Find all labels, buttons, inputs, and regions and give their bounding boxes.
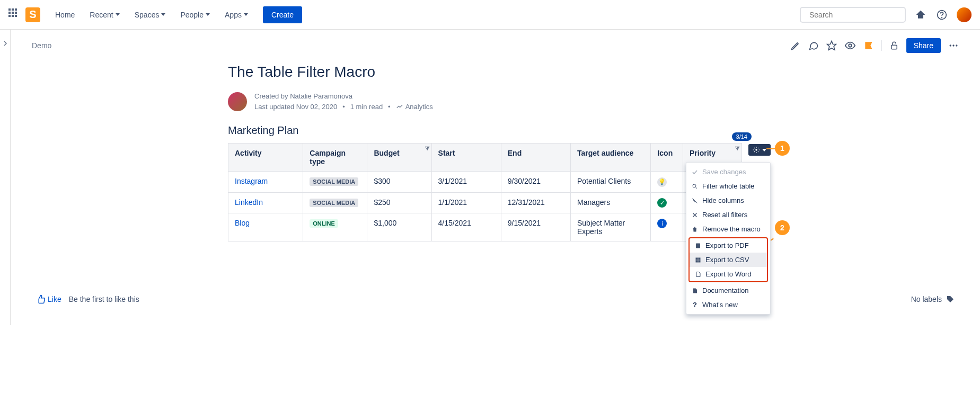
more-actions-icon[interactable]	[948, 40, 959, 51]
menu-whats-new[interactable]: ? What's new	[686, 298, 770, 312]
cell-end: 9/30/2021	[501, 172, 570, 193]
csv-icon	[695, 257, 701, 263]
col-end[interactable]: End	[501, 144, 570, 172]
col-icon[interactable]: Icon	[651, 144, 683, 172]
label-icon[interactable]	[946, 295, 955, 303]
col-target[interactable]: Target audience	[571, 144, 651, 172]
like-button[interactable]: Like	[36, 294, 61, 304]
svg-point-8	[952, 44, 954, 46]
edit-icon[interactable]	[790, 40, 801, 51]
sidebar-expand-toggle[interactable]	[0, 30, 11, 325]
filter-icon[interactable]: ⧩	[735, 146, 739, 152]
thumbs-up-icon	[36, 294, 46, 304]
nav-apps[interactable]: Apps	[218, 6, 254, 23]
nav-home[interactable]: Home	[49, 6, 81, 23]
cell-budget: $300	[367, 172, 431, 193]
cell-end: 9/15/2021	[501, 213, 570, 241]
nav-spaces[interactable]: Spaces	[128, 6, 172, 23]
menu-export-word[interactable]: Export to Word	[690, 267, 767, 281]
table-row: BlogONLINE$1,0004/15/20219/15/2021Subjec…	[228, 213, 742, 241]
callout-line	[766, 148, 776, 149]
hide-icon	[692, 198, 698, 204]
cell-icon: ✓	[651, 192, 683, 213]
activity-link[interactable]: Blog	[235, 219, 250, 227]
svg-point-11	[693, 184, 696, 187]
col-start[interactable]: Start	[431, 144, 501, 172]
svg-line-12	[696, 187, 698, 189]
page-footer: Like Be the first to like this No labels	[32, 294, 959, 304]
menu-export-pdf[interactable]: Export to PDF	[690, 238, 767, 253]
cell-start: 3/1/2021	[431, 172, 501, 193]
cell-icon: i	[651, 213, 683, 241]
chevron-down-icon	[762, 149, 766, 151]
analytics-link[interactable]: Analytics	[396, 102, 433, 112]
close-icon	[692, 212, 698, 218]
nav-people[interactable]: People	[174, 6, 216, 23]
author-avatar[interactable]	[228, 92, 247, 111]
user-avatar[interactable]	[957, 7, 972, 22]
nav-recent[interactable]: Recent	[83, 6, 126, 23]
breadcrumb[interactable]: Demo	[32, 41, 51, 50]
create-button[interactable]: Create	[263, 6, 302, 23]
campaign-tag: ONLINE	[310, 219, 338, 228]
cell-campaign-type: SOCIAL MEDIA	[303, 172, 367, 193]
divider	[881, 40, 882, 51]
svg-point-3	[942, 17, 942, 17]
chevron-down-icon	[244, 13, 248, 16]
comment-icon[interactable]	[808, 40, 819, 51]
menu-hide-columns[interactable]: Hide columns	[686, 193, 770, 208]
cell-activity: LinkedIn	[228, 192, 303, 213]
byline: Created by Natalie Paramonova Last updat…	[228, 91, 747, 112]
activity-link[interactable]: LinkedIn	[235, 198, 263, 207]
no-labels-text: No labels	[911, 295, 942, 303]
cell-campaign-type: SOCIAL MEDIA	[303, 192, 367, 213]
notifications-icon[interactable]	[914, 8, 927, 21]
chevron-down-icon	[116, 13, 120, 16]
cell-target: Subject Matter Experts	[571, 213, 651, 241]
search-input[interactable]	[808, 10, 903, 20]
filter-icon[interactable]: ⧩	[425, 146, 429, 152]
svg-point-7	[950, 44, 951, 46]
help-icon[interactable]	[935, 8, 948, 21]
product-logo[interactable]: S	[25, 7, 40, 22]
export-group: Export to PDF Export to CSV Export to Wo…	[688, 237, 768, 282]
word-icon	[695, 271, 701, 277]
page-actions: Share	[790, 38, 959, 53]
filter-count-badge: 3/14	[732, 132, 752, 141]
watch-icon[interactable]	[844, 40, 856, 51]
section-title: Marketing Plan	[228, 124, 747, 137]
menu-save-changes: Save changes	[686, 165, 770, 179]
status-icon: ✓	[657, 198, 667, 208]
chevron-right-icon	[2, 40, 8, 47]
menu-filter-table[interactable]: Filter whole table	[686, 179, 770, 193]
col-budget[interactable]: Budget⧩	[367, 144, 431, 172]
cell-campaign-type: ONLINE	[303, 213, 367, 241]
table-header-row: Activity Campaign type Budget⧩ Start End…	[228, 144, 742, 172]
table-settings-button[interactable]	[748, 144, 771, 156]
svg-marker-4	[827, 41, 836, 50]
star-icon[interactable]	[826, 40, 837, 51]
status-icon: i	[657, 219, 667, 228]
top-bar: S Home Recent Spaces People Apps Create	[0, 0, 980, 30]
cell-end: 12/31/2021	[501, 192, 570, 213]
menu-documentation[interactable]: Documentation	[686, 283, 770, 298]
col-activity[interactable]: Activity	[228, 144, 303, 172]
presenter-icon[interactable]	[863, 40, 874, 51]
doc-icon	[692, 288, 698, 294]
app-switcher-icon[interactable]	[8, 8, 21, 21]
restrictions-icon[interactable]	[889, 41, 899, 50]
share-button[interactable]: Share	[906, 38, 941, 53]
cell-start: 4/15/2021	[431, 213, 501, 241]
menu-remove-macro[interactable]: Remove the macro	[686, 222, 770, 236]
cell-target: Potential Clients	[571, 172, 651, 193]
read-time: 1 min read	[350, 102, 383, 112]
col-campaign-type[interactable]: Campaign type	[303, 144, 367, 172]
check-icon	[692, 169, 698, 175]
activity-link[interactable]: Instagram	[235, 177, 268, 185]
svg-point-10	[755, 149, 757, 151]
search-box[interactable]	[800, 7, 906, 23]
callout-1: 1	[775, 141, 790, 156]
menu-reset-filters[interactable]: Reset all filters	[686, 208, 770, 222]
menu-export-csv[interactable]: Export to CSV	[690, 253, 767, 267]
table-settings-menu: Save changes Filter whole table Hide col…	[686, 162, 771, 315]
